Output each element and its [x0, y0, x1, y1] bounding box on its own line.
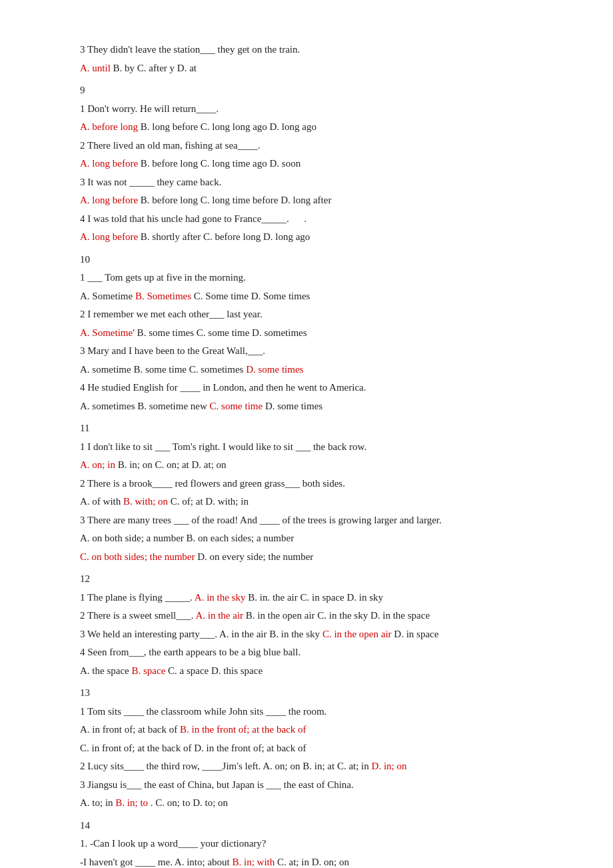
- answer-options: A. sometime B. some time C. sometimes D.…: [80, 361, 533, 379]
- main-content: 3 They didn't leave the station___ they …: [80, 41, 533, 868]
- question-text: 2 There lived an old man, fishing at sea…: [80, 137, 533, 155]
- answer-options: A. long before B. before long C. long ti…: [80, 192, 533, 209]
- question-inline: 3 We held an interesting party___. A. in…: [80, 626, 533, 643]
- answer-options: A. sometimes B. sometime new C. some tim…: [80, 398, 533, 415]
- question-text: 4 Seen from___, the earth appears to be …: [80, 644, 533, 661]
- section-number: 10: [80, 251, 533, 269]
- section-number: 9: [80, 82, 533, 99]
- answer-options: A. until B. by C. after y D. at: [80, 60, 533, 77]
- answer-options: C. in front of; at the back of D. in the…: [80, 740, 533, 757]
- section-number: 13: [80, 685, 533, 702]
- answer-options: A. long before B. shortly after C. befor…: [80, 229, 533, 246]
- answer-options: A. on both side; a number B. on each sid…: [80, 530, 533, 547]
- answer-options: A. on; in B. in; on C. on; at D. at; on: [80, 457, 533, 474]
- question-text: 3 They didn't leave the station___ they …: [80, 41, 533, 59]
- answer-options: A. long before B. before long C. long ti…: [80, 155, 533, 173]
- answer-options: A. in front of; at back of B. in the fro…: [80, 721, 533, 739]
- answer-options: C. on both sides; the number D. on every…: [80, 549, 533, 566]
- section-number: 11: [80, 420, 533, 437]
- question-text: 2 I remember we met each other___ last y…: [80, 306, 533, 323]
- answer-options: A. to; in B. in; to . C. on; to D. to; o…: [80, 795, 533, 812]
- question-inline: -I haven't got ____ me. A. into; about B…: [80, 854, 533, 869]
- section-number: 12: [80, 571, 533, 588]
- answer-options: A. Sometime B. Sometimes C. Some time D.…: [80, 288, 533, 305]
- question-text: 4 I was told that his uncle had gone to …: [80, 211, 533, 228]
- answer-options: A. of with B. with; on C. of; at D. with…: [80, 493, 533, 511]
- question-text: 1 Don't worry. He will return____.: [80, 101, 533, 118]
- question-text: 3 Mary and I have been to the Great Wall…: [80, 343, 533, 360]
- answer-options: A. Sometime' B. some times C. some time …: [80, 325, 533, 342]
- question-text: 1 ___ Tom gets up at five in the morning…: [80, 269, 533, 287]
- question-text: 3 Jiangsu is___ the east of China, but J…: [80, 777, 533, 794]
- question-text: 4 He studied English for ____ in London,…: [80, 379, 533, 397]
- question-text: 1 Tom sits ____ the classroom while John…: [80, 703, 533, 721]
- question-text: 2 There is a brook____ red flowers and g…: [80, 475, 533, 493]
- question-inline: 2 Lucy sits____ the third row, ____Jim's…: [80, 758, 533, 775]
- question-text: 1 I don't like to sit ___ Tom's right. I…: [80, 439, 533, 456]
- question-text: 3 It was not _____ they came back.: [80, 174, 533, 191]
- question-inline: 2 There is a sweet smell___. A. in the a…: [80, 607, 533, 625]
- question-text: 3 There are many trees ___ of the road! …: [80, 512, 533, 529]
- question-inline: 1 The plane is flying _____. A. in the s…: [80, 589, 533, 607]
- section-number: 14: [80, 817, 533, 835]
- question-text: 1. -Can I look up a word____ your dictio…: [80, 835, 533, 853]
- answer-options: A. the space B. space C. a space D. this…: [80, 663, 533, 680]
- answer-options: A. before long B. long before C. long lo…: [80, 119, 533, 136]
